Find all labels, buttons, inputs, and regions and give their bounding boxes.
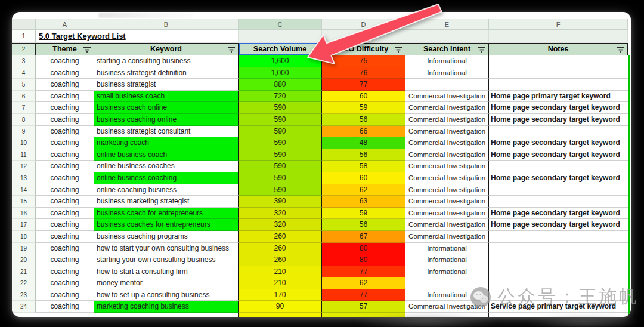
cell-search-volume[interactable]: 880: [239, 79, 322, 91]
cell-search-intent[interactable]: Commercial Investigation: [405, 161, 489, 172]
cell-keyword[interactable]: how to start your own consulting busines…: [94, 243, 239, 255]
cell-keyword[interactable]: money mentor: [94, 277, 239, 289]
cell-notes[interactable]: [489, 231, 628, 243]
cell-keyword[interactable]: marketing coaching business: [94, 301, 239, 313]
cell-theme[interactable]: coaching: [36, 55, 94, 67]
cell-keyword[interactable]: business coaching programs: [94, 231, 239, 243]
cell-f1[interactable]: [489, 30, 628, 43]
column-filter-header-keyword[interactable]: Keyword: [94, 43, 239, 55]
cell-search-intent[interactable]: Commercial Investigation: [405, 126, 489, 138]
cell-notes[interactable]: [489, 243, 628, 255]
cell-search-volume[interactable]: 590: [239, 161, 322, 172]
row-number[interactable]: 11: [12, 149, 36, 161]
row-number[interactable]: 15: [12, 196, 36, 208]
cell-theme[interactable]: coaching: [36, 266, 94, 278]
filter-icon[interactable]: [228, 47, 235, 53]
cell-theme[interactable]: coaching: [36, 79, 94, 91]
cell-search-intent[interactable]: Informational: [405, 67, 489, 79]
cell-seo-difficulty[interactable]: 76: [322, 67, 405, 79]
row-number[interactable]: 17: [12, 219, 36, 231]
cell-theme[interactable]: coaching: [36, 277, 94, 289]
cell-search-volume[interactable]: 320: [239, 208, 322, 220]
cell-search-intent[interactable]: Commercial Investigation: [405, 219, 489, 231]
cell-search-volume[interactable]: 590: [239, 102, 322, 114]
row-number[interactable]: 19: [12, 243, 36, 255]
cell-keyword[interactable]: online business coaching: [94, 172, 239, 184]
filter-icon[interactable]: [617, 47, 624, 53]
cell-search-volume[interactable]: 260: [239, 243, 322, 255]
row-number[interactable]: 20: [12, 254, 36, 266]
cell-keyword[interactable]: online business coaches: [94, 161, 239, 172]
cell-search-intent[interactable]: Informational: [405, 254, 489, 266]
select-all-corner[interactable]: [12, 19, 36, 30]
cell-notes[interactable]: Home page secondary target keyword: [489, 137, 628, 149]
cell-notes[interactable]: Home page secondary target keyword: [489, 172, 628, 184]
cell-keyword[interactable]: starting your own consulting business: [94, 254, 239, 266]
cell-seo-difficulty[interactable]: 67: [322, 231, 405, 243]
cell-notes[interactable]: [489, 126, 628, 138]
cell-seo-difficulty[interactable]: 80: [322, 243, 405, 255]
cell-keyword[interactable]: business marketing strategist: [94, 196, 239, 208]
row-number[interactable]: 5: [12, 79, 36, 91]
cell-seo-difficulty[interactable]: 58: [322, 161, 405, 172]
cell-theme[interactable]: coaching: [36, 172, 94, 184]
cell-notes[interactable]: [489, 67, 628, 79]
row-number[interactable]: 21: [12, 266, 36, 278]
cell-search-volume[interactable]: 260: [239, 254, 322, 266]
cell-search-intent[interactable]: Commercial Investigation: [405, 102, 489, 114]
cell-seo-difficulty[interactable]: 56: [322, 219, 405, 231]
row-number[interactable]: 4: [12, 67, 36, 79]
cell-search-volume[interactable]: 720: [239, 91, 322, 103]
cell-theme[interactable]: coaching: [36, 149, 94, 161]
cell-theme[interactable]: coaching: [36, 208, 94, 220]
cell-theme[interactable]: coaching: [36, 289, 94, 301]
cell-notes[interactable]: Home page primary target keyword: [489, 91, 628, 103]
cell-seo-difficulty[interactable]: 77: [322, 289, 405, 301]
cell-search-volume[interactable]: 260: [239, 231, 322, 243]
cell-search-intent[interactable]: Informational: [405, 266, 489, 278]
cell-keyword[interactable]: small business coach: [94, 91, 239, 103]
cell-search-intent[interactable]: Commercial Investigation: [405, 184, 489, 196]
row-number[interactable]: 23: [12, 289, 36, 301]
cell-keyword[interactable]: online business coach: [94, 149, 239, 161]
cell-notes[interactable]: [489, 254, 628, 266]
cell-theme[interactable]: coaching: [36, 254, 94, 266]
cell-seo-difficulty[interactable]: 60: [322, 172, 405, 184]
cell-search-intent[interactable]: Commercial Investigation: [405, 114, 489, 126]
cell-search-volume[interactable]: 210: [239, 277, 322, 289]
cell-theme[interactable]: coaching: [36, 67, 94, 79]
row-number[interactable]: 18: [12, 231, 36, 243]
cell-theme[interactable]: coaching: [36, 126, 94, 138]
cell-notes[interactable]: [489, 196, 628, 208]
cell-seo-difficulty[interactable]: 62: [322, 277, 405, 289]
cell-keyword[interactable]: business coach online: [94, 102, 239, 114]
cell-theme[interactable]: coaching: [36, 219, 94, 231]
cell-theme[interactable]: [36, 313, 94, 317]
column-header-F[interactable]: F: [489, 19, 628, 30]
cell-search-volume[interactable]: 210: [239, 266, 322, 278]
cell-search-volume[interactable]: [239, 313, 322, 317]
cell-seo-difficulty[interactable]: 48: [322, 137, 405, 149]
cell-notes[interactable]: Home page secondary target keyword: [489, 208, 628, 220]
cell-search-volume[interactable]: 590: [239, 126, 322, 138]
filter-icon[interactable]: [83, 47, 91, 53]
cell-seo-difficulty[interactable]: 56: [322, 114, 405, 126]
cell-theme[interactable]: coaching: [36, 196, 94, 208]
cell-theme[interactable]: coaching: [36, 184, 94, 196]
cell-notes[interactable]: Home page secondary target keyword: [489, 102, 628, 114]
cell-keyword[interactable]: marketing coach: [94, 137, 239, 149]
row-number[interactable]: 16: [12, 208, 36, 220]
cell-keyword[interactable]: how to set up a consulting business: [94, 289, 239, 301]
cell-theme[interactable]: coaching: [36, 301, 94, 313]
cell-keyword[interactable]: business coaches for entrepreneurs: [94, 219, 239, 231]
cell-seo-difficulty[interactable]: 77: [322, 79, 405, 91]
cell-theme[interactable]: coaching: [36, 243, 94, 255]
row-number[interactable]: 24: [12, 301, 36, 313]
cell-keyword[interactable]: online coaching business: [94, 184, 239, 196]
cell-keyword[interactable]: how to start a consulting firm: [94, 266, 239, 278]
row-number[interactable]: 8: [12, 114, 36, 126]
cell-seo-difficulty[interactable]: 60: [322, 91, 405, 103]
row-number[interactable]: 1: [12, 30, 36, 43]
cell-search-intent[interactable]: Commercial Investigation: [405, 91, 489, 103]
row-number[interactable]: 3: [12, 55, 36, 67]
